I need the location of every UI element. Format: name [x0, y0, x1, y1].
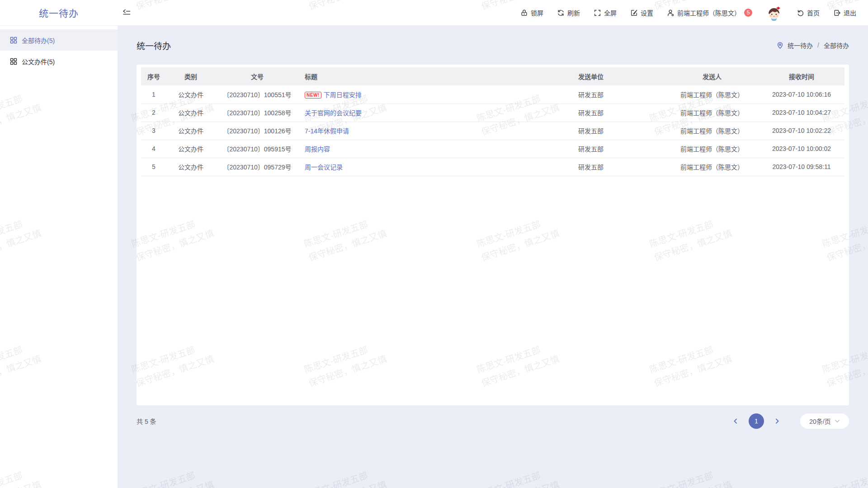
undo-home-icon — [797, 9, 804, 17]
row-title-cell: 关于官网的会议纪要 — [299, 103, 516, 122]
sidebar-item-label: 全部待办(5) — [22, 36, 55, 45]
grid-icon — [10, 58, 17, 65]
refresh-button[interactable]: 刷新 — [557, 8, 580, 17]
col-header-index: 序号 — [141, 67, 166, 85]
row-title-cell: NEW!下周日程安排 — [299, 85, 516, 103]
table-header-row: 序号 类别 文号 标题 发送单位 发送人 接收时间 — [141, 67, 844, 85]
row-index: 1 — [141, 85, 166, 103]
logout-button[interactable]: 退出 — [833, 8, 856, 17]
logout-icon — [833, 9, 841, 17]
document-title-link[interactable]: 周报内容 — [305, 145, 330, 153]
row-time: 2023-07-10 10:02:22 — [759, 122, 844, 140]
app-logo: 统一待办 — [0, 6, 118, 19]
total-count-label: 共 5 条 — [137, 417, 156, 426]
content-area: 统一待办 统一待办 / 全部待办 序号 — [118, 26, 868, 488]
row-doc-no: 〔20230710〕095729号 — [215, 158, 299, 176]
menu-fold-icon — [123, 9, 131, 17]
settings-button[interactable]: 设置 — [630, 8, 653, 17]
page-title: 统一待办 — [137, 39, 171, 52]
row-index: 4 — [141, 140, 166, 158]
row-doc-no: 〔20230710〕095915号 — [215, 140, 299, 158]
breadcrumb: 统一待办 / 全部待办 — [776, 41, 849, 50]
sidebar-item-official-docs[interactable]: 公文办件(5) — [0, 51, 118, 72]
lock-icon — [520, 9, 528, 17]
top-header: 统一待办 锁屏 刷新 — [0, 0, 868, 26]
user-menu[interactable]: 前端工程师（陈思文） 5 — [667, 8, 752, 17]
settings-edit-icon — [630, 9, 638, 17]
refresh-icon — [557, 9, 565, 17]
page-head: 统一待办 统一待办 / 全部待办 — [137, 26, 849, 65]
fullscreen-label: 全屏 — [604, 8, 617, 17]
row-time: 2023-07-10 10:04:27 — [759, 103, 844, 122]
row-unit: 研发五部 — [516, 140, 665, 158]
lock-screen-button[interactable]: 锁屏 — [520, 8, 543, 17]
row-unit: 研发五部 — [516, 103, 665, 122]
row-time: 2023-07-10 10:06:16 — [759, 85, 844, 103]
row-index: 3 — [141, 122, 166, 140]
breadcrumb-root[interactable]: 统一待办 — [788, 41, 813, 50]
row-category: 公文办件 — [166, 103, 215, 122]
todo-table-card: 序号 类别 文号 标题 发送单位 发送人 接收时间 1公文办件〔20230710… — [137, 65, 849, 405]
sidebar-item-label: 公文办件(5) — [22, 57, 55, 66]
sidebar-item-all-todo[interactable]: 全部待办(5) — [0, 29, 118, 51]
grid-icon — [10, 37, 17, 44]
col-header-title: 标题 — [299, 67, 516, 85]
fullscreen-icon — [594, 9, 601, 17]
table-row: 5公文办件〔20230710〕095729号周一会议记录研发五部前端工程师（陈思… — [141, 158, 844, 176]
home-button[interactable]: 首页 — [797, 8, 820, 17]
table-row: 2公文办件〔20230710〕100258号关于官网的会议纪要研发五部前端工程师… — [141, 103, 844, 122]
location-pin-icon — [776, 42, 784, 49]
main-layout: 全部待办(5) 公文办件(5) 统一待办 统一待办 — [0, 26, 868, 488]
row-unit: 研发五部 — [516, 122, 665, 140]
chevron-left-icon — [733, 418, 738, 424]
breadcrumb-current: 全部待办 — [824, 41, 849, 50]
row-index: 2 — [141, 103, 166, 122]
avatar[interactable] — [766, 4, 783, 21]
row-doc-no: 〔20230710〕100126号 — [215, 122, 299, 140]
row-unit: 研发五部 — [516, 158, 665, 176]
document-title-link[interactable]: 下周日程安排 — [324, 91, 362, 99]
row-category: 公文办件 — [166, 85, 215, 103]
col-header-unit: 发送单位 — [516, 67, 665, 85]
col-header-sender: 发送人 — [665, 67, 759, 85]
pagination-bar: 共 5 条 1 20条/页 — [137, 405, 849, 437]
col-header-time: 接收时间 — [759, 67, 844, 85]
document-title-link[interactable]: 7-14年休假申请 — [305, 127, 349, 135]
row-category: 公文办件 — [166, 158, 215, 176]
fullscreen-button[interactable]: 全屏 — [594, 8, 617, 17]
row-index: 5 — [141, 158, 166, 176]
row-title-cell: 周报内容 — [299, 140, 516, 158]
sidebar-collapse-button[interactable] — [118, 4, 136, 22]
page-size-select[interactable]: 20条/页 — [800, 413, 849, 429]
new-badge: NEW! — [305, 92, 321, 99]
chevron-right-icon — [774, 418, 780, 424]
page-number-button[interactable]: 1 — [749, 413, 764, 429]
table-row: 1公文办件〔20230710〕100551号NEW!下周日程安排研发五部前端工程… — [141, 85, 844, 103]
prev-page-button[interactable] — [729, 414, 742, 428]
row-unit: 研发五部 — [516, 85, 665, 103]
document-title-link[interactable]: 周一会议记录 — [305, 164, 343, 171]
document-title-link[interactable]: 关于官网的会议纪要 — [305, 109, 362, 117]
sidebar: 全部待办(5) 公文办件(5) — [0, 26, 118, 488]
row-sender: 前端工程师（陈思文） — [665, 122, 759, 140]
chevron-down-icon — [835, 418, 840, 424]
todo-table: 序号 类别 文号 标题 发送单位 发送人 接收时间 1公文办件〔20230710… — [141, 67, 844, 176]
todo-count-badge: 5 — [744, 9, 752, 17]
next-page-button[interactable] — [770, 414, 784, 428]
col-header-doc-no: 文号 — [215, 67, 299, 85]
lock-screen-label: 锁屏 — [531, 8, 543, 17]
breadcrumb-separator: / — [817, 42, 819, 49]
row-title-cell: 7-14年休假申请 — [299, 122, 516, 140]
row-time: 2023-07-10 10:00:02 — [759, 140, 844, 158]
row-doc-no: 〔20230710〕100258号 — [215, 103, 299, 122]
row-title-cell: 周一会议记录 — [299, 158, 516, 176]
home-label: 首页 — [807, 8, 820, 17]
row-sender: 前端工程师（陈思文） — [665, 158, 759, 176]
refresh-label: 刷新 — [567, 8, 580, 17]
row-category: 公文办件 — [166, 122, 215, 140]
user-name-label: 前端工程师（陈思文） — [677, 8, 741, 17]
row-sender: 前端工程师（陈思文） — [665, 85, 759, 103]
row-sender: 前端工程师（陈思文） — [665, 140, 759, 158]
row-sender: 前端工程师（陈思文） — [665, 103, 759, 122]
avatar-image — [766, 3, 783, 22]
